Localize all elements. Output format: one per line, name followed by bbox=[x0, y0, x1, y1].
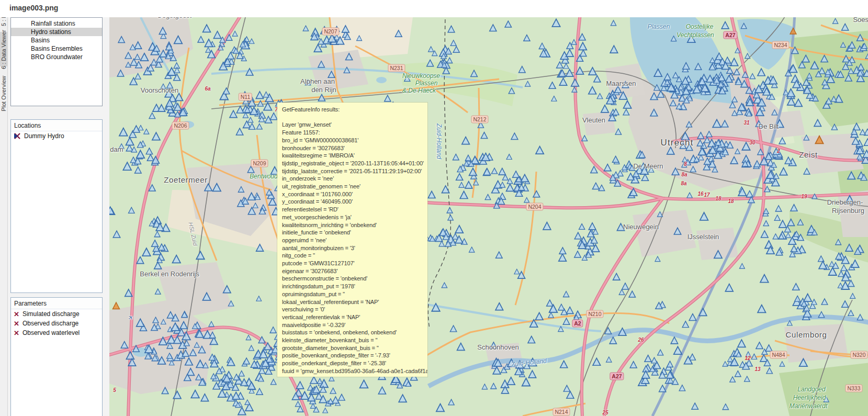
tooltip-line: kleinste_diameter_bovenkant_buis = '' bbox=[282, 336, 427, 344]
tooltip-line: tijdstip_laatste_correctie = '2021-05-11… bbox=[282, 167, 427, 175]
tooltip-line: uit_registratie_genomen = 'nee' bbox=[282, 183, 427, 190]
tooltip-line: bro_id = 'GMW000000038681' bbox=[282, 137, 427, 144]
layer-list-item[interactable]: Basins Ensembles bbox=[11, 44, 102, 53]
tooltip-line: positie_onderkant_diepste_filter = '-25.… bbox=[282, 359, 427, 367]
tooltip-line: maaiveldpositie = '-0.329' bbox=[282, 321, 427, 329]
tooltip-line: initiele_functie = 'onbekend' bbox=[282, 229, 427, 237]
tooltip-line: bronhouder = '30276683' bbox=[282, 144, 427, 152]
tooltip-line: buisstatus = 'onbekend, onbekend, onbeke… bbox=[282, 329, 427, 336]
tooltip-line: aantal_monitoringbuizen = '3' bbox=[282, 244, 427, 252]
tooltip-line: putcode = 'GMW31C127107' bbox=[282, 260, 427, 267]
parameter-item-label: Simulated discharge bbox=[22, 310, 80, 318]
getfeatureinfo-tooltip: GetFeatureInfo results:Layer 'gmw_kenset… bbox=[277, 103, 427, 377]
parameter-x-icon: ✕ bbox=[14, 330, 19, 336]
layer-listbox: Rainfall stationsHydro stationsBasinsBas… bbox=[10, 17, 103, 106]
side-tab-label: 5 : F bbox=[1, 17, 7, 26]
parameters-panel-title: Parameters bbox=[11, 298, 102, 309]
parameter-item[interactable]: ✕Simulated discharge bbox=[11, 309, 102, 319]
location-flag-icon bbox=[14, 133, 21, 140]
tooltip-line: verticaal_referentievlak = 'NAP' bbox=[282, 313, 427, 321]
tooltip-line: tijdstip_registratie_object = '2020-11-1… bbox=[282, 160, 427, 167]
tooltip-line: fuuid = 'gmw_kenset.bd395a90-36a6-46ad-a… bbox=[282, 367, 427, 375]
parameters-panel: Parameters ✕Simulated discharge✕Observed… bbox=[10, 297, 103, 416]
tooltip-line: eigenaar = '30276683' bbox=[282, 267, 427, 275]
tooltip-line: inrichtingsdatum_put = '1978' bbox=[282, 283, 427, 290]
tooltip-line: opgeruimd = 'nee' bbox=[282, 237, 427, 244]
tooltip-line: y_coordinaat = '460495.000' bbox=[282, 198, 427, 206]
parameter-item[interactable]: ✕Observed discharge bbox=[11, 319, 102, 328]
tooltip-line: opruimingsdatum_put = '' bbox=[282, 290, 427, 298]
layer-list-item[interactable]: BRO Groundwater bbox=[11, 53, 102, 61]
layer-list-item[interactable]: Hydro stations bbox=[11, 28, 102, 36]
tooltip-line bbox=[282, 114, 427, 121]
locations-panel-title: Locations bbox=[11, 120, 102, 131]
map-viewport[interactable]: OegstgeestVoorschotendamZoetermeerBerkel… bbox=[109, 17, 868, 416]
locations-panel: Locations Dummy Hydro bbox=[10, 119, 103, 293]
tooltip-line: kwaliteitsnorm_inrichting = 'onbekend' bbox=[282, 221, 427, 229]
window-title: image003.png bbox=[9, 4, 58, 12]
tooltip-line: referentiestelsel = 'RD' bbox=[282, 206, 427, 213]
parameter-item-label: Observed discharge bbox=[22, 320, 78, 327]
parameter-x-icon: ✕ bbox=[14, 320, 19, 327]
tooltip-line: beschermconstructie = 'onbekend' bbox=[282, 275, 427, 283]
parameter-item-label: Observed waterlevel bbox=[22, 329, 80, 336]
tooltip-line: GetFeatureInfo results: bbox=[282, 106, 427, 114]
layer-list-item[interactable]: Rainfall stations bbox=[11, 19, 102, 28]
parameter-x-icon: ✕ bbox=[14, 311, 19, 318]
side-tab-plot-overview[interactable]: Plot Overview bbox=[0, 72, 7, 116]
vertical-tab-strip: 5 : F6 : Data ViewerPlot Overview bbox=[0, 17, 8, 416]
side-tab-label: 6 : Data Viewer bbox=[1, 30, 7, 69]
side-tab-6-data-viewer[interactable]: 6 : Data Viewer bbox=[0, 32, 7, 66]
location-item-label: Dummy Hydro bbox=[24, 132, 64, 140]
title-bar: image003.png bbox=[0, 0, 868, 17]
side-tab-label: Plot Overview bbox=[1, 76, 7, 111]
tooltip-line: Feature 11557: bbox=[282, 129, 427, 137]
layer-list-item[interactable]: Basins bbox=[11, 36, 102, 44]
tooltip-line: verschuiving = '0' bbox=[282, 306, 427, 313]
tooltip-line: in_onderzoek = 'nee' bbox=[282, 175, 427, 183]
tooltip-line: Layer 'gmw_kenset' bbox=[282, 121, 427, 129]
left-panel: Rainfall stationsHydro stationsBasinsBas… bbox=[8, 17, 109, 416]
location-item[interactable]: Dummy Hydro bbox=[11, 131, 102, 141]
tooltip-line: x_coordinaat = '101760.000' bbox=[282, 190, 427, 198]
parameter-item[interactable]: ✕Observed waterlevel bbox=[11, 328, 102, 338]
tooltip-line: lokaal_verticaal_referentiepunt = 'NAP' bbox=[282, 298, 427, 306]
map-canvas bbox=[109, 17, 868, 416]
side-tab-5-f[interactable]: 5 : F bbox=[0, 17, 7, 27]
tooltip-line: kwaliteitsregime = 'IMBRO/A' bbox=[282, 152, 427, 160]
tooltip-line: positie_bovenkant_ondiepste_filter = '-7… bbox=[282, 352, 427, 359]
tooltip-line: nitg_code = '' bbox=[282, 252, 427, 260]
tooltip-line: met_voorgeschiedenis = 'ja' bbox=[282, 213, 427, 221]
tooltip-line: grootste_diameter_bovenkant_buis = '' bbox=[282, 344, 427, 352]
